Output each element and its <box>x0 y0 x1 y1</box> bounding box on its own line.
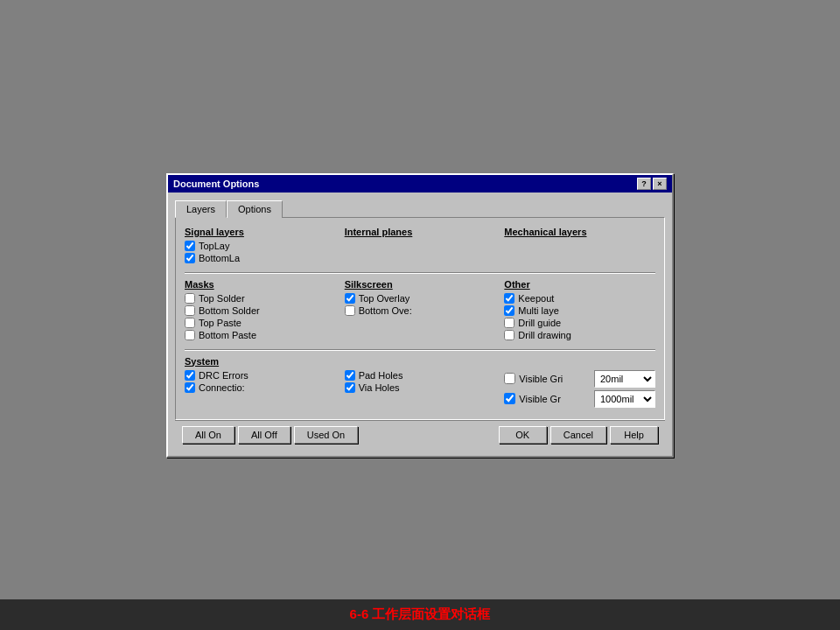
drill-drawing-checkbox[interactable] <box>504 330 514 340</box>
internal-planes-col: Internal planes <box>345 227 496 265</box>
visible-grid2-checkbox[interactable] <box>504 393 515 404</box>
bottomla-label: BottomLa <box>199 253 240 263</box>
signal-layers-label: Signal layers <box>185 227 336 237</box>
pad-holes-row: Pad Holes <box>345 370 496 381</box>
all-on-button[interactable]: All On <box>182 426 234 444</box>
drill-drawing-row: Drill drawing <box>504 330 655 340</box>
top-overlay-checkbox[interactable] <box>345 293 355 304</box>
title-bar: Document Options ? × <box>168 175 672 192</box>
system-col1: System DRC Errors Connectio: <box>185 356 336 395</box>
other-label: Other <box>504 279 655 290</box>
drc-errors-label: DRC Errors <box>199 370 248 381</box>
toplay-label: TopLay <box>199 241 229 251</box>
top-section: Signal layers TopLay BottomLa <box>185 227 655 265</box>
tab-layers[interactable]: Layers <box>175 200 227 218</box>
title-bar-buttons: ? × <box>637 178 667 190</box>
left-button-group: All On All Off Used On <box>182 426 358 444</box>
bottom-solder-row: Bottom Solder <box>185 305 336 316</box>
system-label: System <box>185 356 336 367</box>
bottom-overlay-row: Bottom Ove: <box>345 305 496 316</box>
connections-checkbox[interactable] <box>185 382 195 393</box>
keepout-row: Keepout <box>504 293 655 304</box>
masks-label: Masks <box>185 279 336 290</box>
dialog-title: Document Options <box>173 178 259 189</box>
caption-bar: 6-6 工作层面设置对话框 <box>0 599 840 630</box>
cancel-button[interactable]: Cancel <box>550 426 606 444</box>
internal-planes-label: Internal planes <box>345 227 496 237</box>
help-btn-bottom[interactable]: Help <box>610 426 658 444</box>
keepout-checkbox[interactable] <box>504 293 514 304</box>
top-overlay-label: Top Overlay <box>359 293 410 304</box>
drill-guide-row: Drill guide <box>504 318 655 328</box>
connections-label: Connectio: <box>199 382 245 393</box>
top-paste-label: Top Paste <box>199 318 242 328</box>
via-holes-row: Via Holes <box>345 382 496 393</box>
keepout-label: Keepout <box>518 293 554 304</box>
bottom-paste-checkbox[interactable] <box>185 330 195 340</box>
ok-button[interactable]: OK <box>499 426 547 444</box>
document-options-dialog: Document Options ? × Layers Options <box>166 173 674 458</box>
close-button[interactable]: × <box>653 178 667 190</box>
visible-grid1-select[interactable]: 5mil 10mil 20mil 50mil 100mil <box>594 370 655 388</box>
caption-text: 6-6 工作层面设置对话框 <box>350 606 491 621</box>
visible-grid1-checkbox[interactable] <box>504 373 515 384</box>
top-solder-label: Top Solder <box>199 293 245 304</box>
bottom-paste-row: Bottom Paste <box>185 330 336 340</box>
silkscreen-col: Silkscreen Top Overlay Bottom Ove: <box>345 279 496 342</box>
visible-grid1-label: Visible Gri <box>519 374 594 384</box>
middle-section: Masks Top Solder Bottom Solder <box>185 279 655 342</box>
silkscreen-label: Silkscreen <box>345 279 496 290</box>
divider-2 <box>185 349 655 351</box>
tab-content-layers: Signal layers TopLay BottomLa <box>175 217 665 420</box>
signal-layers-col: Signal layers TopLay BottomLa <box>185 227 336 265</box>
drc-errors-row: DRC Errors <box>185 370 336 381</box>
dialog-body: Layers Options Signal layers <box>168 192 672 456</box>
visible-grid2-row: Visible Gr 100mil 200mil 500mil 1000mil <box>504 390 655 408</box>
multi-layer-row: Multi laye <box>504 305 655 316</box>
via-holes-checkbox[interactable] <box>345 382 355 393</box>
mechanical-layers-col: Mechanical layers <box>504 227 655 265</box>
help-button[interactable]: ? <box>637 178 651 190</box>
bottomla-row: BottomLa <box>185 253 336 263</box>
top-overlay-row: Top Overlay <box>345 293 496 304</box>
bottom-paste-label: Bottom Paste <box>199 330 256 340</box>
other-col: Other Keepout Multi laye D <box>504 279 655 342</box>
bottom-solder-checkbox[interactable] <box>185 305 195 316</box>
visible-grid2-select-wrapper: 100mil 200mil 500mil 1000mil <box>594 390 655 408</box>
connections-row: Connectio: <box>185 382 336 393</box>
drill-guide-checkbox[interactable] <box>504 318 514 328</box>
drill-guide-label: Drill guide <box>518 318 561 328</box>
drill-drawing-label: Drill drawing <box>518 330 571 340</box>
drc-errors-checkbox[interactable] <box>185 370 195 381</box>
visible-grid2-label: Visible Gr <box>519 394 594 404</box>
via-holes-label: Via Holes <box>359 382 400 393</box>
divider-1 <box>185 272 655 274</box>
system-col3: Visible Gri 5mil 10mil 20mil 50mil 100mi… <box>504 356 655 410</box>
used-on-button[interactable]: Used On <box>294 426 358 444</box>
pad-holes-label: Pad Holes <box>359 370 403 381</box>
tab-options[interactable]: Options <box>227 200 283 218</box>
bottom-buttons: All On All Off Used On OK Cancel Help <box>175 420 665 449</box>
bottom-overlay-label: Bottom Ove: <box>359 305 412 316</box>
masks-col: Masks Top Solder Bottom Solder <box>185 279 336 342</box>
visible-grid1-row: Visible Gri 5mil 10mil 20mil 50mil 100mi… <box>504 370 655 388</box>
right-button-group: OK Cancel Help <box>499 426 658 444</box>
pad-holes-checkbox[interactable] <box>345 370 355 381</box>
tab-bar: Layers Options <box>175 200 665 217</box>
visible-grid2-select[interactable]: 100mil 200mil 500mil 1000mil <box>594 390 655 408</box>
multi-layer-label: Multi laye <box>518 305 558 316</box>
top-paste-checkbox[interactable] <box>185 318 195 328</box>
mechanical-layers-label: Mechanical layers <box>504 227 655 237</box>
bottom-overlay-checkbox[interactable] <box>345 305 355 316</box>
system-col2: Pad Holes Via Holes <box>345 356 496 395</box>
visible-grid1-select-wrapper: 5mil 10mil 20mil 50mil 100mil <box>594 370 655 388</box>
top-paste-row: Top Paste <box>185 318 336 328</box>
system-section: System DRC Errors Connectio: <box>185 356 655 410</box>
bottomla-checkbox[interactable] <box>185 253 195 263</box>
toplay-checkbox[interactable] <box>185 241 195 251</box>
top-solder-row: Top Solder <box>185 293 336 304</box>
top-solder-checkbox[interactable] <box>185 293 195 304</box>
bottom-solder-label: Bottom Solder <box>199 305 260 316</box>
all-off-button[interactable]: All Off <box>238 426 290 444</box>
multi-layer-checkbox[interactable] <box>504 305 514 316</box>
